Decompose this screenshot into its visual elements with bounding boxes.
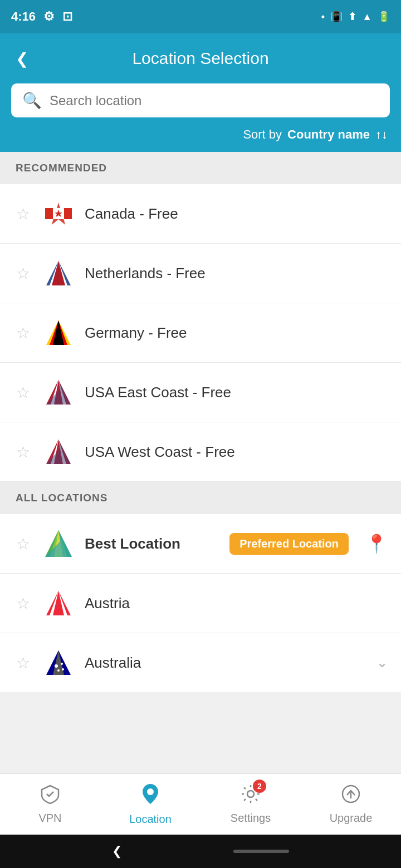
nav-item-location[interactable]: Location <box>100 774 200 835</box>
nav-label-vpn: VPN <box>38 812 61 825</box>
flag-germany <box>43 318 74 348</box>
item-label-austria: Austria <box>85 595 388 612</box>
flag-canada <box>43 199 74 229</box>
flag-australia <box>43 648 74 678</box>
search-icon: 🔍 <box>22 91 42 110</box>
scroll-content: RECOMMENDED ☆ Canada - Free ☆ <box>0 152 401 787</box>
star-icon[interactable]: ☆ <box>13 594 32 613</box>
upgrade-icon <box>341 784 361 808</box>
nav-label-upgrade: Upgrade <box>330 812 373 825</box>
search-bar: 🔍 <box>11 83 390 117</box>
star-icon[interactable]: ☆ <box>13 383 32 402</box>
back-icon: ❮ <box>16 50 28 67</box>
android-back-icon[interactable]: ❮ <box>112 844 122 859</box>
nav-item-vpn[interactable]: VPN <box>0 774 100 835</box>
status-bar: 4:16 ⚙ ⊡ • 📳 ⬆ ▲ 🔋 <box>0 0 401 33</box>
header: ❮ Location Selection <box>0 33 401 83</box>
list-item[interactable]: ☆ USA East Coast - Free <box>0 363 401 422</box>
nav-item-settings[interactable]: 2 Settings <box>200 774 301 835</box>
item-label: USA West Coast - Free <box>85 443 388 461</box>
search-input[interactable] <box>50 93 379 108</box>
svg-rect-2 <box>64 208 72 219</box>
battery-icon: 🔋 <box>378 11 390 23</box>
svg-rect-1 <box>45 208 53 219</box>
gear-icon: ⚙ <box>43 9 55 24</box>
location-pin-icon: 📍 <box>365 533 388 554</box>
android-nav-bar: ❮ <box>0 835 401 868</box>
list-item[interactable]: ☆ USA West Coast - Free <box>0 422 401 482</box>
signal-icon: ▲ <box>362 11 372 23</box>
location-icon <box>140 783 160 810</box>
item-label: Canada - Free <box>85 205 388 223</box>
page-title: Location Selection <box>132 49 268 68</box>
flag-usa-west <box>43 437 74 467</box>
android-home-indicator[interactable] <box>233 850 289 853</box>
item-label-australia: Australia <box>85 654 365 672</box>
vpn-icon <box>40 784 60 808</box>
item-label: USA East Coast - Free <box>85 384 388 401</box>
bottom-nav: VPN Location 2 Settings <box>0 773 401 835</box>
star-icon[interactable]: ☆ <box>13 443 32 461</box>
status-right-icons: • 📳 ⬆ ▲ 🔋 <box>321 11 390 23</box>
list-item[interactable]: ☆ Germany - Free <box>0 303 401 363</box>
star-icon[interactable]: ☆ <box>13 324 32 342</box>
sort-label: Sort by <box>243 127 282 142</box>
list-item-australia[interactable]: ☆ Australia ⌄ <box>0 633 401 692</box>
list-item[interactable]: ☆ Canada - Free <box>0 184 401 244</box>
chevron-down-icon[interactable]: ⌄ <box>376 655 388 670</box>
star-icon[interactable]: ☆ <box>13 654 32 672</box>
wifi-icon: ⬆ <box>348 11 356 23</box>
dot-icon: • <box>321 11 325 23</box>
section-recommended: RECOMMENDED <box>0 152 401 184</box>
star-icon[interactable]: ☆ <box>13 535 32 553</box>
svg-point-33 <box>57 669 60 672</box>
star-icon[interactable]: ☆ <box>13 205 32 223</box>
flag-usa-east <box>43 377 74 407</box>
screenshot-icon: ⊡ <box>62 9 72 24</box>
search-bar-wrap: 🔍 <box>0 83 401 127</box>
nav-item-upgrade[interactable]: Upgrade <box>301 774 401 835</box>
list-item[interactable]: ☆ Netherlands - Free <box>0 244 401 303</box>
star-icon[interactable]: ☆ <box>13 264 32 283</box>
list-item-austria[interactable]: ☆ Austria <box>0 574 401 633</box>
section-all-locations: ALL LOCATIONS <box>0 482 401 514</box>
svg-point-30 <box>55 664 58 668</box>
svg-point-35 <box>247 791 254 797</box>
settings-icon: 2 <box>241 784 261 808</box>
settings-badge: 2 <box>253 780 266 793</box>
list-item-best-location[interactable]: ☆ Best Location Preferred Location 📍 <box>0 514 401 574</box>
svg-point-34 <box>147 788 154 795</box>
item-label: Netherlands - Free <box>85 265 388 282</box>
back-button[interactable]: ❮ <box>13 47 31 70</box>
status-time: 4:16 <box>11 9 36 24</box>
item-label-best: Best Location <box>85 535 218 553</box>
preferred-badge: Preferred Location <box>229 533 349 555</box>
svg-point-31 <box>61 663 63 665</box>
flag-best-location <box>43 529 74 559</box>
sort-bar: Sort by Country name ↑↓ <box>0 127 401 152</box>
sort-arrows-icon[interactable]: ↑↓ <box>375 127 388 142</box>
flag-netherlands <box>43 258 74 288</box>
item-label: Germany - Free <box>85 324 388 342</box>
flag-austria <box>43 588 74 618</box>
vibrate-icon: 📳 <box>330 11 343 23</box>
sort-value[interactable]: Country name <box>287 127 370 142</box>
nav-label-settings: Settings <box>231 812 271 825</box>
svg-point-32 <box>62 668 64 670</box>
nav-label-location: Location <box>129 813 172 826</box>
